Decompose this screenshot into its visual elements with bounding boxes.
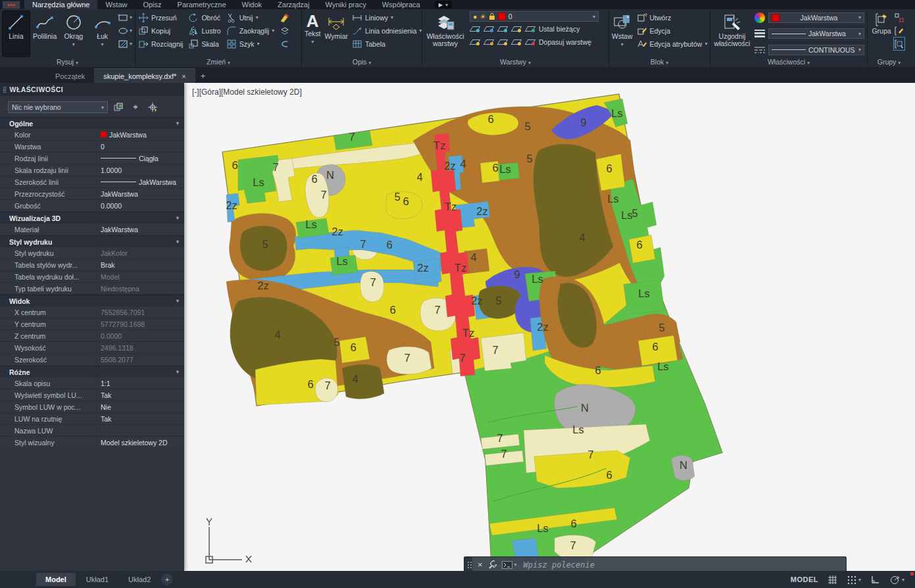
- group-button[interactable]: Grupa: [870, 11, 893, 57]
- layout-tab-model[interactable]: Model: [36, 573, 76, 586]
- lineweight-select[interactable]: JakWarstwa▾: [768, 28, 864, 39]
- panel-label-opis[interactable]: Opis ▾: [302, 57, 422, 67]
- palette-grip-icon[interactable]: ⣿: [3, 86, 7, 93]
- section-header[interactable]: Styl wydruku▾: [0, 235, 184, 247]
- explode-button[interactable]: [280, 24, 290, 37]
- copy-button[interactable]: Kopiuj: [138, 24, 183, 37]
- property-value[interactable]: 2496.1318: [96, 342, 184, 353]
- selection-filter-select[interactable]: Nic nie wybrano ▾: [8, 101, 108, 113]
- command-prompt-icon[interactable]: ▾: [502, 561, 517, 569]
- file-tab-document[interactable]: skupie_kompleksy.dxf* ×: [94, 68, 195, 83]
- layer-set-current-icon[interactable]: [525, 25, 535, 32]
- layer-tool-icon[interactable]: [470, 25, 480, 32]
- property-row[interactable]: Szerokość5508.2077: [0, 354, 184, 366]
- layer-tool-icon[interactable]: [470, 38, 480, 45]
- command-input[interactable]: Wpisz polecenie: [524, 560, 595, 570]
- property-value[interactable]: 0: [96, 141, 184, 152]
- panel-label-zmien[interactable]: Zmień ▾: [136, 57, 301, 67]
- property-row[interactable]: Styl wydrukuJakKolor: [0, 247, 184, 259]
- property-value[interactable]: Nie: [96, 401, 184, 412]
- property-row[interactable]: LUW na rzutnięTak: [0, 413, 184, 425]
- layout-tab-uklad2[interactable]: Układ2: [119, 573, 160, 586]
- property-row[interactable]: Z centrum0.0000: [0, 330, 184, 342]
- leader-button[interactable]: Linia odniesienia▾: [352, 24, 422, 37]
- circle-button[interactable]: Okrąg ▾: [61, 11, 87, 57]
- video-icon[interactable]: ▶ ▾: [435, 1, 452, 9]
- fillet-button[interactable]: Zaokrąglij▾: [226, 24, 275, 37]
- object-color-select[interactable]: JakWarstwa▾: [768, 12, 864, 23]
- rotate-button[interactable]: Obróć: [188, 11, 220, 24]
- table-button[interactable]: Tabela: [352, 37, 422, 50]
- section-header[interactable]: Ogólne▾: [0, 117, 184, 129]
- tab-narzedzia-glowne[interactable]: Narzędzia główne: [24, 0, 97, 9]
- panel-label-wlasciwosci[interactable]: Właściwości ▾: [710, 57, 867, 67]
- panel-label-grupy[interactable]: Grupy ▾: [868, 57, 910, 67]
- close-icon[interactable]: ×: [182, 72, 185, 80]
- section-header[interactable]: Różne▾: [0, 366, 184, 378]
- section-header[interactable]: Widok▾: [0, 295, 184, 306]
- match-layer-label[interactable]: Dopasuj warstwę: [539, 38, 591, 46]
- tab-zarzadzaj[interactable]: Zarządzaj: [270, 0, 317, 9]
- group-edit-button[interactable]: [894, 24, 904, 37]
- scale-button[interactable]: Skala: [188, 37, 220, 50]
- move-button[interactable]: Przesuń: [138, 11, 183, 24]
- property-row[interactable]: Wyświetl symbol LU...Tak: [0, 389, 184, 401]
- property-row[interactable]: Skala opisu1:1: [0, 378, 184, 389]
- properties-palette-header[interactable]: ⣿ WŁAŚCIWOŚCI: [0, 83, 184, 96]
- property-row[interactable]: Nazwa LUW: [0, 425, 184, 437]
- property-value[interactable]: Tak: [96, 389, 184, 401]
- layout-tab-uklad1[interactable]: Układ1: [77, 573, 118, 586]
- ortho-toggle[interactable]: [869, 571, 881, 588]
- linear-dim-button[interactable]: Liniowy▾: [352, 11, 422, 24]
- array-button[interactable]: Szyk▾: [226, 37, 275, 50]
- edit-block-button[interactable]: Edycja: [637, 24, 708, 37]
- property-row[interactable]: Grubość0.0000: [0, 200, 184, 212]
- property-value[interactable]: JakWarstwa: [96, 188, 184, 199]
- property-value[interactable]: 1.0000: [96, 164, 184, 176]
- layer-tool-icon[interactable]: [497, 38, 507, 45]
- new-layout-button[interactable]: +: [161, 574, 173, 585]
- edit-attributes-button[interactable]: Edycja atrybutów▾: [637, 37, 708, 50]
- property-row[interactable]: Wysokość2496.1318: [0, 342, 184, 354]
- property-value[interactable]: Ciągła: [96, 153, 184, 164]
- group-select-toggle[interactable]: [894, 37, 904, 50]
- rectangle-tool-button[interactable]: ▾: [118, 11, 132, 24]
- mirror-button[interactable]: Lustro: [188, 24, 220, 37]
- property-row[interactable]: KolorJakWarstwa: [0, 129, 184, 141]
- insert-block-button[interactable]: Wstaw ▾: [612, 11, 633, 57]
- trim-button[interactable]: Utnij▾: [226, 11, 275, 24]
- layer-match-icon[interactable]: [525, 38, 535, 45]
- linetype-select[interactable]: CONTINUOUS▾: [768, 45, 864, 55]
- property-value[interactable]: JakKolor: [96, 247, 184, 258]
- overkill-button[interactable]: [280, 37, 290, 50]
- property-value[interactable]: JakWarstwa: [96, 129, 184, 140]
- property-value[interactable]: Model szkieletowy 2D: [96, 437, 184, 448]
- property-row[interactable]: Warstwa0: [0, 141, 184, 153]
- app-icon[interactable]: [2, 1, 20, 9]
- property-row[interactable]: Skala rodzaju linii1.0000: [0, 164, 184, 176]
- map-region[interactable]: [342, 364, 384, 399]
- property-value[interactable]: Brak: [96, 259, 184, 270]
- ellipse-tool-button[interactable]: ▾: [118, 24, 132, 37]
- match-properties-button[interactable]: Uzgodnij właściwości: [713, 11, 751, 57]
- panel-label-blok[interactable]: Blok ▾: [609, 57, 710, 67]
- property-row[interactable]: Szerokość liniiJakWarstwa: [0, 176, 184, 188]
- layer-tool-icon[interactable]: [511, 25, 521, 32]
- quick-select-button[interactable]: [146, 101, 159, 113]
- ungroup-button[interactable]: [894, 11, 904, 24]
- new-tab-button[interactable]: +: [201, 69, 206, 83]
- command-grip-handle[interactable]: [464, 557, 472, 572]
- create-block-button[interactable]: Utwórz: [637, 11, 708, 24]
- text-button[interactable]: A Tekst ▾: [305, 11, 321, 57]
- layer-tool-icon[interactable]: [483, 25, 493, 32]
- snap-toggle[interactable]: ▾: [845, 571, 862, 588]
- grid-toggle[interactable]: [826, 571, 839, 588]
- tab-widok[interactable]: Widok: [234, 0, 270, 9]
- erase-button[interactable]: [280, 11, 290, 24]
- tab-parametryczne[interactable]: Parametryczne: [170, 0, 234, 9]
- property-value[interactable]: Niedostępna: [96, 283, 184, 294]
- arc-button[interactable]: Łuk ▾: [89, 11, 116, 57]
- property-row[interactable]: MateriałJakWarstwa: [0, 224, 184, 235]
- property-value[interactable]: 5772790.1698: [96, 318, 184, 330]
- line-button[interactable]: Linia: [3, 11, 30, 57]
